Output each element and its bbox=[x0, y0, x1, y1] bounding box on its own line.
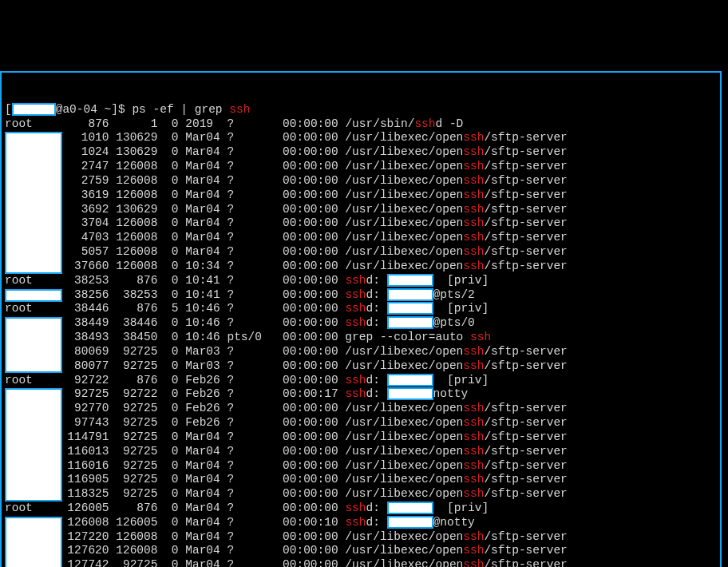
match-ssh: ssh bbox=[463, 487, 484, 500]
match-ssh: ssh bbox=[345, 274, 366, 287]
process-row: 38449 38446 0 10:46 ? 00:00:00 sshd: @pt… bbox=[5, 316, 717, 331]
redaction-block bbox=[5, 517, 62, 567]
process-row: 1010 130629 0 Mar04 ? 00:00:00 /usr/libe… bbox=[5, 131, 717, 145]
process-row: 116013 92725 0 Mar04 ? 00:00:00 /usr/lib… bbox=[5, 445, 717, 459]
redaction-block bbox=[5, 388, 62, 502]
match-ssh: ssh bbox=[463, 174, 484, 187]
match-ssh: ssh bbox=[463, 558, 484, 567]
redaction-block bbox=[387, 516, 433, 529]
uid-root: root bbox=[5, 502, 61, 514]
process-row: root 876 1 0 2019 ? 00:00:00 /usr/sbin/s… bbox=[5, 117, 717, 132]
match-ssh: ssh bbox=[463, 459, 484, 472]
redaction-block bbox=[5, 317, 62, 373]
redaction-block bbox=[5, 289, 62, 302]
match-ssh: ssh bbox=[463, 430, 484, 443]
match-ssh: ssh bbox=[463, 260, 484, 272]
process-row: 5057 126008 0 Mar04 ? 00:00:00 /usr/libe… bbox=[5, 245, 717, 260]
process-row: 3619 126008 0 Mar04 ? 00:00:00 /usr/libe… bbox=[5, 188, 717, 203]
process-row: 116016 92725 0 Mar04 ? 00:00:00 /usr/lib… bbox=[5, 459, 717, 474]
process-row: 127742 92725 0 Mar04 ? 00:00:00 /usr/lib… bbox=[5, 558, 717, 567]
redaction-block bbox=[387, 274, 433, 287]
match-ssh: ssh bbox=[463, 402, 484, 414]
process-row: root 126005 876 0 Mar04 ? 00:00:00 sshd:… bbox=[5, 502, 717, 516]
uid-root: root bbox=[5, 117, 61, 130]
process-row: root 38446 876 5 10:46 ? 00:00:00 sshd: … bbox=[5, 302, 717, 316]
match-ssh: ssh bbox=[345, 288, 366, 301]
match-ssh: ssh bbox=[345, 302, 366, 315]
terminal-window[interactable]: [@a0-04 ~]$ ps -ef | grep sshroot 876 1 … bbox=[0, 71, 722, 567]
process-row: 3692 130629 0 Mar04 ? 00:00:00 /usr/libe… bbox=[5, 203, 717, 217]
process-row: 4703 126008 0 Mar04 ? 00:00:00 /usr/libe… bbox=[5, 231, 717, 245]
redaction-block bbox=[12, 103, 56, 116]
process-row: 80077 92725 0 Mar03 ? 00:00:00 /usr/libe… bbox=[5, 359, 717, 374]
uid-root: root bbox=[5, 274, 61, 287]
match-ssh: ssh bbox=[470, 331, 491, 343]
redaction-block bbox=[387, 316, 433, 329]
match-ssh: ssh bbox=[463, 131, 484, 144]
process-row: 118325 92725 0 Mar04 ? 00:00:00 /usr/lib… bbox=[5, 487, 717, 502]
match-ssh: ssh bbox=[463, 231, 484, 244]
redaction-block bbox=[387, 374, 433, 387]
match-ssh: ssh bbox=[463, 145, 484, 158]
process-row: 1024 130629 0 Mar04 ? 00:00:00 /usr/libe… bbox=[5, 145, 717, 160]
match-ssh: ssh bbox=[414, 117, 435, 130]
match-ssh: ssh bbox=[345, 387, 366, 400]
process-row: 97743 92725 0 Feb26 ? 00:00:00 /usr/libe… bbox=[5, 416, 717, 430]
match-ssh: ssh bbox=[463, 188, 484, 201]
match-ssh: ssh bbox=[463, 544, 484, 557]
match-ssh: ssh bbox=[229, 103, 250, 116]
redaction-block bbox=[387, 302, 433, 315]
process-row: 2759 126008 0 Mar04 ? 00:00:00 /usr/libe… bbox=[5, 174, 717, 188]
process-row: root 92722 876 0 Feb26 ? 00:00:00 sshd: … bbox=[5, 374, 717, 388]
match-ssh: ssh bbox=[345, 316, 366, 329]
match-ssh: ssh bbox=[345, 516, 366, 529]
process-row: root 38253 876 0 10:41 ? 00:00:00 sshd: … bbox=[5, 274, 717, 288]
process-row: 80069 92725 0 Mar03 ? 00:00:00 /usr/libe… bbox=[5, 345, 717, 359]
process-row: 2747 126008 0 Mar04 ? 00:00:00 /usr/libe… bbox=[5, 160, 717, 174]
process-row: 92770 92725 0 Feb26 ? 00:00:00 /usr/libe… bbox=[5, 402, 717, 416]
terminal-content[interactable]: [@a0-04 ~]$ ps -ef | grep sshroot 876 1 … bbox=[5, 103, 717, 567]
uid-root: root bbox=[5, 374, 61, 387]
process-row: 37660 126008 0 10:34 ? 00:00:00 /usr/lib… bbox=[5, 260, 717, 274]
process-row: 92725 92722 0 Feb26 ? 00:00:17 sshd: not… bbox=[5, 387, 717, 402]
process-row: 127220 126008 0 Mar04 ? 00:00:00 /usr/li… bbox=[5, 530, 717, 545]
uid-root: root bbox=[5, 302, 61, 315]
process-row: 114791 92725 0 Mar04 ? 00:00:00 /usr/lib… bbox=[5, 430, 717, 445]
process-row: 38493 38450 0 10:46 pts/0 00:00:00 grep … bbox=[5, 331, 717, 345]
match-ssh: ssh bbox=[463, 473, 484, 486]
redaction-block bbox=[387, 288, 433, 301]
redaction-block bbox=[387, 502, 433, 514]
match-ssh: ssh bbox=[463, 216, 484, 229]
process-row: 126008 126005 0 Mar04 ? 00:00:10 sshd: @… bbox=[5, 516, 717, 530]
match-ssh: ssh bbox=[345, 374, 366, 387]
process-row: 116905 92725 0 Mar04 ? 00:00:00 /usr/lib… bbox=[5, 473, 717, 487]
match-ssh: ssh bbox=[463, 416, 484, 429]
match-ssh: ssh bbox=[463, 359, 484, 372]
match-ssh: ssh bbox=[463, 203, 484, 216]
process-row: 38256 38253 0 10:41 ? 00:00:00 sshd: @pt… bbox=[5, 288, 717, 303]
process-row: 3704 126008 0 Mar04 ? 00:00:00 /usr/libe… bbox=[5, 216, 717, 231]
process-row: 127620 126008 0 Mar04 ? 00:00:00 /usr/li… bbox=[5, 544, 717, 558]
redaction-block bbox=[387, 387, 433, 400]
match-ssh: ssh bbox=[463, 530, 484, 543]
redaction-block bbox=[5, 132, 62, 274]
match-ssh: ssh bbox=[463, 245, 484, 258]
prompt-line: [@a0-04 ~]$ ps -ef | grep ssh bbox=[5, 103, 717, 117]
match-ssh: ssh bbox=[463, 345, 484, 358]
match-ssh: ssh bbox=[463, 160, 484, 172]
match-ssh: ssh bbox=[345, 502, 366, 514]
match-ssh: ssh bbox=[463, 445, 484, 458]
